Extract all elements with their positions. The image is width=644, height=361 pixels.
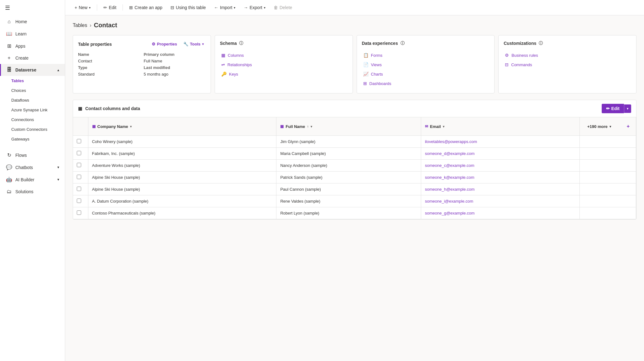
full-name-header[interactable]: ▦ Full Name ↑ ▾ bbox=[276, 117, 421, 136]
delete-button[interactable]: 🗑 Delete bbox=[270, 3, 295, 12]
sidebar-item-ai-builder[interactable]: 🤖 AI Builder ▼ bbox=[0, 173, 65, 186]
customizations-info-icon: ⓘ bbox=[539, 40, 543, 46]
create-icon: + bbox=[6, 55, 12, 61]
row-company-6: Contoso Pharmaceuticals (sample) bbox=[88, 207, 276, 219]
row-email-2[interactable]: someone_c@example.com bbox=[421, 160, 579, 172]
schema-info-icon: ⓘ bbox=[239, 40, 243, 46]
dashboards-icon: ⊞ bbox=[363, 81, 367, 86]
edit-button[interactable]: ✏ Edit bbox=[100, 3, 119, 12]
table-row[interactable]: Coho Winery (sample) Jim Glynn (sample) … bbox=[73, 136, 636, 148]
edit-btn-group: ✏ Edit ▾ bbox=[602, 104, 631, 113]
sidebar-item-label: Apps bbox=[15, 44, 25, 49]
add-column-button[interactable]: + bbox=[624, 120, 632, 132]
row-checkbox-2[interactable] bbox=[73, 160, 88, 172]
row-email-1[interactable]: someone_d@example.com bbox=[421, 148, 579, 160]
chatbots-icon: 💬 bbox=[6, 164, 12, 170]
sidebar-item-label: Home bbox=[15, 19, 27, 24]
dataverse-icon: 🗄 bbox=[6, 67, 12, 73]
using-table-button[interactable]: ⊟ Using this table bbox=[167, 3, 209, 12]
commands-link[interactable]: ⊟ Commands bbox=[504, 60, 631, 69]
company-name-sort-icon: ▾ bbox=[130, 125, 132, 128]
company-name-col-icon: ▦ bbox=[92, 124, 96, 129]
sidebar-item-flows[interactable]: ↻ Flows bbox=[0, 149, 65, 161]
schema-title: Schema bbox=[220, 41, 237, 46]
row-company-2: Adventure Works (sample) bbox=[88, 160, 276, 172]
sidebar-item-learn[interactable]: 📖 Learn bbox=[0, 28, 65, 40]
row-email-3[interactable]: someone_k@example.com bbox=[421, 172, 579, 183]
table-row[interactable]: Alpine Ski House (sample) Paul Cannon (s… bbox=[73, 183, 636, 195]
row-email-4[interactable]: someone_h@example.com bbox=[421, 183, 579, 195]
table-row[interactable]: Alpine Ski House (sample) Patrick Sands … bbox=[73, 172, 636, 183]
row-email-5[interactable]: someone_i@example.com bbox=[421, 195, 579, 207]
sidebar-item-dataverse[interactable]: 🗄 Dataverse ▲ bbox=[0, 64, 65, 76]
sidebar-item-tables[interactable]: Tables bbox=[0, 76, 65, 86]
tools-button[interactable]: 🔧 Tools ▾ bbox=[181, 40, 206, 48]
sidebar-item-gateways[interactable]: Gateways bbox=[0, 134, 65, 144]
tools-icon: 🔧 bbox=[183, 42, 188, 46]
export-button[interactable]: → Export ▾ bbox=[240, 3, 268, 12]
checkbox-header bbox=[73, 117, 88, 136]
sidebar-item-connections[interactable]: Connections bbox=[0, 115, 65, 125]
columns-link[interactable]: ▦ Columns bbox=[220, 50, 348, 60]
table-row[interactable]: Contoso Pharmaceuticals (sample) Robert … bbox=[73, 207, 636, 219]
edit-data-button[interactable]: ✏ Edit bbox=[602, 104, 624, 113]
row-company-0: Coho Winery (sample) bbox=[88, 136, 276, 148]
row-checkbox-4[interactable] bbox=[73, 183, 88, 195]
sidebar-item-custom-connectors[interactable]: Custom Connectors bbox=[0, 125, 65, 134]
import-button[interactable]: ← Import ▾ bbox=[211, 3, 239, 12]
customizations-card: Customizations ⓘ ⚙ Business rules ⊟ Comm… bbox=[498, 35, 636, 93]
sidebar-item-chatbots[interactable]: 💬 Chatbots ▼ bbox=[0, 161, 65, 173]
hamburger-icon[interactable]: ☰ bbox=[5, 4, 10, 11]
more-cols-header[interactable]: +190 more ▾ + bbox=[580, 117, 636, 136]
create-app-button[interactable]: ⊞ Create an app bbox=[126, 3, 165, 12]
keys-link[interactable]: 🔑 Keys bbox=[220, 69, 348, 79]
row-more-0 bbox=[580, 136, 636, 148]
solutions-icon: 🗂 bbox=[6, 189, 12, 194]
full-name-sort-icon: ▾ bbox=[311, 125, 312, 128]
relationships-icon: ⇌ bbox=[221, 62, 225, 67]
import-chevron-icon: ▾ bbox=[234, 6, 235, 9]
row-more-2 bbox=[580, 160, 636, 172]
sidebar-item-apps[interactable]: ⊞ Apps bbox=[0, 40, 65, 52]
row-checkbox-6[interactable] bbox=[73, 207, 88, 219]
row-fullname-1: Maria Campbell (sample) bbox=[276, 148, 421, 160]
row-more-5 bbox=[580, 195, 636, 207]
charts-link[interactable]: 📈 Charts bbox=[362, 69, 490, 79]
new-icon: + bbox=[75, 5, 77, 10]
sidebar-item-create[interactable]: + Create bbox=[0, 52, 65, 64]
row-checkbox-3[interactable] bbox=[73, 172, 88, 183]
sidebar-item-solutions[interactable]: 🗂 Solutions bbox=[0, 186, 65, 198]
breadcrumb-tables-link[interactable]: Tables bbox=[73, 23, 87, 28]
table-row[interactable]: Adventure Works (sample) Nancy Anderson … bbox=[73, 160, 636, 172]
sidebar-item-azure-synapse[interactable]: Azure Synapse Link bbox=[0, 105, 65, 115]
row-company-4: Alpine Ski House (sample) bbox=[88, 183, 276, 195]
commands-icon: ⊟ bbox=[505, 62, 509, 67]
new-button[interactable]: + New ▾ bbox=[71, 3, 94, 12]
row-email-0[interactable]: ilovetables@powerapps.com bbox=[421, 136, 579, 148]
sidebar-item-choices[interactable]: Choices bbox=[0, 86, 65, 95]
views-link[interactable]: 📄 Views bbox=[362, 60, 490, 69]
company-name-header[interactable]: ▦ Company Name ▾ bbox=[88, 117, 276, 136]
table-row[interactable]: Fabrikam, Inc. (sample) Maria Campbell (… bbox=[73, 148, 636, 160]
row-email-6[interactable]: someone_g@example.com bbox=[421, 207, 579, 219]
sidebar-item-home[interactable]: ⌂ Home bbox=[0, 16, 65, 28]
more-cols-label[interactable]: +190 more ▾ bbox=[584, 121, 615, 132]
export-icon: → bbox=[243, 5, 248, 10]
forms-link[interactable]: 📋 Forms bbox=[362, 50, 490, 60]
flows-icon: ↻ bbox=[6, 152, 12, 158]
properties-button[interactable]: ⚙ Properties bbox=[150, 40, 179, 48]
main-content: + New ▾ ✏ Edit ⊞ Create an app ⊟ Using t… bbox=[65, 0, 644, 361]
row-checkbox-5[interactable] bbox=[73, 195, 88, 207]
sidebar-item-dataflows[interactable]: Dataflows bbox=[0, 95, 65, 105]
email-header[interactable]: ✉ Email ▾ bbox=[421, 117, 579, 136]
dashboards-link[interactable]: ⊞ Dashboards bbox=[362, 79, 490, 88]
business-rules-link[interactable]: ⚙ Business rules bbox=[504, 50, 631, 60]
relationships-link[interactable]: ⇌ Relationships bbox=[220, 60, 348, 69]
table-row[interactable]: A. Datum Corporation (sample) Rene Valde… bbox=[73, 195, 636, 207]
data-experiences-card: Data experiences ⓘ 📋 Forms 📄 Views 📈 Cha… bbox=[357, 35, 495, 93]
row-checkbox-0[interactable] bbox=[73, 136, 88, 148]
sidebar-item-label: Flows bbox=[15, 153, 27, 158]
data-table-icon: ▦ bbox=[78, 106, 82, 111]
row-checkbox-1[interactable] bbox=[73, 148, 88, 160]
edit-data-chevron-button[interactable]: ▾ bbox=[624, 104, 631, 113]
